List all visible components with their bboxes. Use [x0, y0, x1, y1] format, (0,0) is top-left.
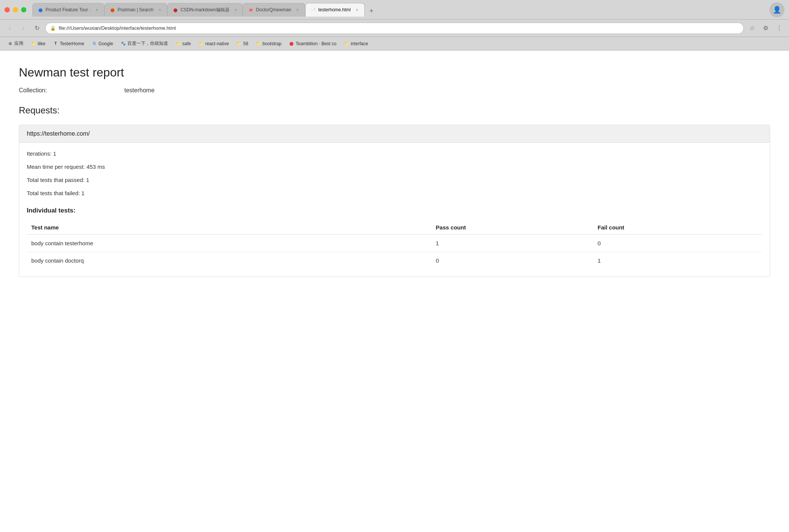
- bookmark-teambition[interactable]: ⬤ Teambition · Best co: [286, 40, 339, 48]
- pass-count-cell: 0: [431, 252, 593, 269]
- collection-value: testerhome: [124, 87, 154, 94]
- test-name-cell: body contain doctorq: [27, 252, 431, 269]
- tab-icon: ⬤: [172, 7, 178, 13]
- collection-row: Collection: testerhome: [19, 87, 770, 94]
- address-bar[interactable]: 🔒 file:///Users/wuxian/Desktop/interface…: [45, 23, 744, 34]
- bookmark-google[interactable]: G Google: [89, 40, 116, 48]
- tab-close-button[interactable]: ×: [295, 7, 300, 12]
- table-row: body contain testerhome 1 0: [27, 235, 762, 252]
- profile-icon: 👤: [773, 6, 781, 14]
- browser-window: ⬤ Product Feature Tour · × ⬤ Postman | S…: [0, 0, 789, 532]
- bookmark-label: react-native: [205, 41, 229, 46]
- bookmark-bootstrap[interactable]: 📁 bootstrap: [253, 40, 284, 48]
- request-details: Iterations: 1 Mean time per request: 453…: [19, 143, 770, 277]
- close-button[interactable]: [5, 7, 10, 12]
- page-content: Newman test report Collection: testerhom…: [0, 50, 789, 532]
- folder-icon: 📁: [31, 41, 36, 46]
- tab-label: DoctorQ/newman: [256, 7, 291, 12]
- bookmark-ilike[interactable]: 📁 ilike: [28, 40, 49, 48]
- folder-icon: 📁: [199, 41, 204, 46]
- tab-postman-search[interactable]: ⬤ Postman | Search ×: [104, 3, 167, 17]
- bookmark-label: ilike: [38, 41, 46, 46]
- col-header-fail: Fail count: [593, 220, 762, 235]
- bookmarks-bar: ⊞ 应用 📁 ilike T TesterHome G Google 🐾 百度一…: [0, 37, 789, 50]
- bookmark-label: TesterHome: [60, 41, 84, 46]
- request-url: https://testerhome.com/: [19, 125, 770, 143]
- tests-table: Test name Pass count Fail count body con…: [27, 220, 762, 269]
- apps-icon: ⊞: [8, 41, 13, 46]
- tab-testerhome-html[interactable]: 📄 testerhome.html ×: [305, 3, 365, 17]
- bookmark-label: safe: [182, 41, 191, 46]
- back-button[interactable]: ‹: [5, 23, 15, 34]
- bookmark-58[interactable]: 📁 58: [233, 40, 251, 48]
- bookmark-button[interactable]: ☆: [747, 23, 757, 34]
- report-title: Newman test report: [19, 66, 770, 79]
- requests-heading: Requests:: [19, 105, 770, 116]
- bookmark-interface[interactable]: 📁 interface: [341, 40, 371, 48]
- col-header-pass: Pass count: [431, 220, 593, 235]
- tab-close-button[interactable]: ×: [355, 7, 360, 12]
- lock-icon: 🔒: [50, 26, 56, 31]
- new-tab-button[interactable]: +: [366, 6, 377, 17]
- total-failed-detail: Total tests that failed: 1: [27, 190, 762, 196]
- individual-tests-heading: Individual tests:: [27, 203, 762, 214]
- bookmark-label: Google: [98, 41, 113, 46]
- pass-count-cell: 1: [431, 235, 593, 252]
- refresh-button[interactable]: ↻: [32, 23, 42, 34]
- bookmark-label: interface: [351, 41, 368, 46]
- file-icon: 📄: [310, 7, 316, 13]
- bookmark-react-native[interactable]: 📁 react-native: [196, 40, 232, 48]
- collection-label: Collection:: [19, 87, 124, 94]
- github-icon: 🐙: [248, 7, 254, 13]
- bookmark-safe[interactable]: 📁 safe: [173, 40, 194, 48]
- iterations-detail: Iterations: 1: [27, 150, 762, 157]
- total-passed-detail: Total tests that passed: 1: [27, 177, 762, 183]
- bookmark-apps[interactable]: ⊞ 应用: [5, 39, 26, 48]
- folder-icon: 📁: [236, 41, 242, 46]
- url-text: file:///Users/wuxian/Desktop/interface/t…: [59, 25, 176, 31]
- tab-product-feature-tour[interactable]: ⬤ Product Feature Tour · ×: [32, 3, 104, 17]
- bookmark-label: 58: [243, 41, 248, 46]
- bookmark-testerhome[interactable]: T TesterHome: [50, 40, 87, 48]
- baidu-icon: 🐾: [121, 41, 126, 46]
- profile-avatar[interactable]: 👤: [769, 2, 784, 17]
- tab-label: CSDN-markdown编辑器: [180, 7, 229, 13]
- tab-label: Postman | Search: [118, 7, 153, 12]
- tab-csdn[interactable]: ⬤ CSDN-markdown编辑器 ×: [167, 3, 243, 17]
- extensions-button[interactable]: ⚙: [760, 23, 771, 34]
- title-bar: ⬤ Product Feature Tour · × ⬤ Postman | S…: [0, 0, 789, 20]
- tab-close-button[interactable]: ×: [94, 7, 99, 12]
- mean-time-detail: Mean time per request: 453 ms: [27, 164, 762, 170]
- bookmark-label: bootstrap: [263, 41, 281, 46]
- tab-close-button[interactable]: ×: [157, 7, 162, 12]
- google-icon: G: [92, 41, 97, 46]
- testerhome-icon: T: [53, 41, 58, 46]
- tab-label: Product Feature Tour ·: [46, 7, 90, 12]
- request-card: https://testerhome.com/ Iterations: 1 Me…: [19, 125, 770, 277]
- tab-icon: ⬤: [109, 7, 115, 13]
- folder-icon: 📁: [176, 41, 181, 46]
- bookmark-label: 百度一下，你就知道: [127, 40, 168, 47]
- maximize-button[interactable]: [21, 7, 26, 12]
- forward-button[interactable]: ›: [18, 23, 29, 34]
- tab-doctorq-newman[interactable]: 🐙 DoctorQ/newman ×: [243, 3, 305, 17]
- fail-count-cell: 1: [593, 252, 762, 269]
- minimize-button[interactable]: [13, 7, 18, 12]
- folder-icon: 📁: [344, 41, 349, 46]
- teambition-icon: ⬤: [289, 41, 294, 46]
- tab-icon: ⬤: [37, 7, 43, 13]
- bookmark-baidu[interactable]: 🐾 百度一下，你就知道: [118, 39, 171, 48]
- tabs-bar: ⬤ Product Feature Tour · × ⬤ Postman | S…: [32, 3, 763, 17]
- tab-label: testerhome.html: [318, 7, 351, 12]
- fail-count-cell: 0: [593, 235, 762, 252]
- window-controls: [5, 7, 26, 12]
- bookmark-label: Teambition · Best co: [296, 41, 336, 46]
- tab-close-button[interactable]: ×: [233, 7, 239, 12]
- bookmark-label: 应用: [14, 40, 23, 47]
- table-row: body contain doctorq 0 1: [27, 252, 762, 269]
- menu-button[interactable]: ⋮: [774, 23, 784, 34]
- test-name-cell: body contain testerhome: [27, 235, 431, 252]
- navigation-toolbar: ‹ › ↻ 🔒 file:///Users/wuxian/Desktop/int…: [0, 20, 789, 37]
- col-header-test-name: Test name: [27, 220, 431, 235]
- folder-icon: 📁: [256, 41, 261, 46]
